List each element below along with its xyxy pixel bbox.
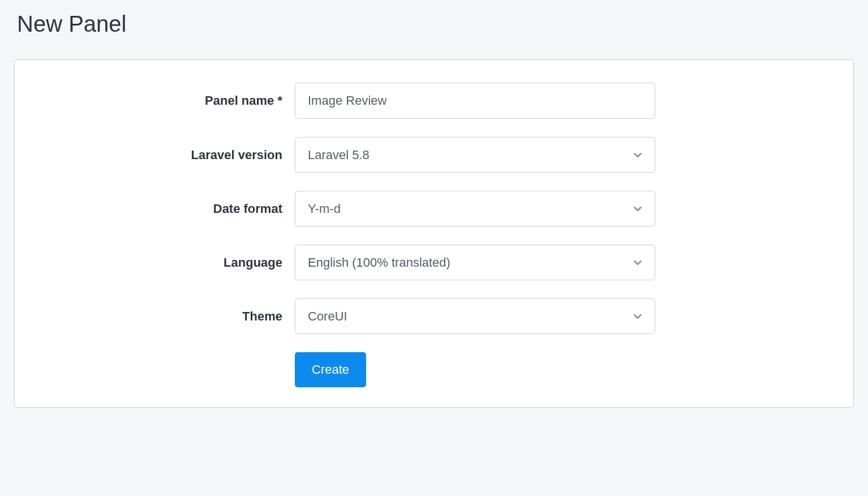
date-format-row: Date format Y-m-d bbox=[35, 191, 833, 226]
panel-name-input[interactable] bbox=[295, 83, 655, 119]
page-title: New Panel bbox=[17, 11, 854, 37]
laravel-version-row: Laravel version Laravel 5.8 bbox=[35, 137, 833, 173]
form-card: Panel name * Laravel version Laravel 5.8… bbox=[14, 59, 854, 408]
language-label: Language bbox=[35, 255, 295, 270]
panel-name-row: Panel name * bbox=[35, 83, 833, 119]
submit-row: . Create bbox=[35, 352, 833, 387]
create-button[interactable]: Create bbox=[295, 352, 366, 387]
panel-name-label: Panel name * bbox=[35, 93, 295, 108]
theme-row: Theme CoreUI bbox=[35, 298, 833, 334]
language-select[interactable]: English (100% translated) bbox=[295, 245, 655, 280]
theme-label: Theme bbox=[35, 309, 295, 324]
date-format-label: Date format bbox=[35, 202, 295, 216]
laravel-version-label: Laravel version bbox=[35, 148, 295, 163]
language-row: Language English (100% translated) bbox=[35, 245, 833, 280]
theme-select[interactable]: CoreUI bbox=[295, 298, 655, 334]
date-format-select[interactable]: Y-m-d bbox=[295, 191, 655, 226]
laravel-version-select[interactable]: Laravel 5.8 bbox=[295, 137, 655, 173]
